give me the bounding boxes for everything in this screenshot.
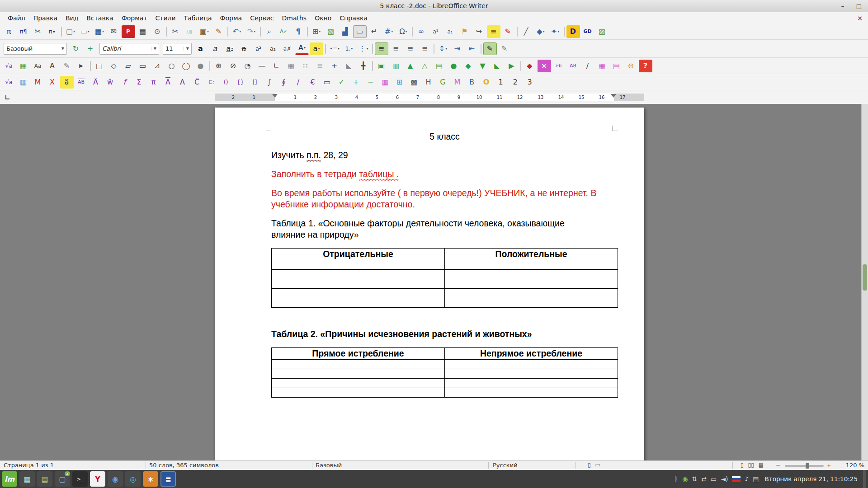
justify-icon[interactable]: ≡ [418,42,432,55]
book-view-icon[interactable]: ▤ [759,462,764,468]
slash-icon[interactable]: ∕ [292,76,305,89]
updates-icon[interactable]: ⇅ [692,475,697,483]
dark-grid-icon[interactable]: ▩ [407,76,421,89]
line-segment-icon[interactable]: — [255,60,269,72]
big-cross-icon[interactable]: ╋ [357,60,370,72]
endnote-icon[interactable]: a₁ [443,25,457,38]
menu-item[interactable]: Окно [311,14,335,23]
redo-icon[interactable]: ↷▾ [245,25,258,38]
function-f-icon[interactable]: f [118,76,132,89]
parallelogram-shape-icon[interactable]: ▱ [122,60,135,72]
menu-item[interactable]: Таблица [180,14,216,23]
w-circumflex-icon[interactable]: ŵ [104,76,117,89]
language-indicator[interactable]: Русский [493,462,518,469]
yandex-browser-button[interactable]: Y [90,471,105,487]
cut-icon[interactable]: ✂ [169,25,182,38]
red-diamond-icon[interactable]: ◆ [523,60,537,72]
line-spacing-icon[interactable]: ↕▾ [436,42,450,55]
table-2[interactable]: Прямое истреблениеНепрямое истребление [271,347,618,398]
cone-3d-icon[interactable]: △ [418,60,432,72]
software-manager-button[interactable]: ∗ [143,471,158,487]
dmaths-help-icon[interactable]: ? [639,60,652,72]
tetrahedron-3d-icon[interactable]: ◆ [462,60,475,72]
spelling-icon[interactable]: А✓ [277,25,291,38]
files-button[interactable]: ▤ [37,471,52,487]
orange-circle-icon[interactable]: ⊖ [624,60,638,72]
dmaths-grid-icon[interactable]: ▦ [17,60,30,72]
font-size-combo[interactable]: 11 ▼ [163,43,192,55]
show-desktop-button[interactable]: ▦ [19,471,35,487]
sqrt-a-icon[interactable]: √a [2,76,16,89]
network-icon[interactable]: ⇄ [701,475,707,483]
pi-icon[interactable]: π [147,76,160,89]
table-1-caption[interactable]: Таблица 1. «Основные факторы деятельност… [271,218,588,240]
paragraph-study[interactable]: Изучить п.п. 28, 29 [271,150,618,161]
check-icon[interactable]: ✓ [335,76,349,89]
integral-icon[interactable]: ∫ [263,76,276,89]
insert-textbox-icon[interactable]: ▭ [353,25,367,38]
rectangle-shape-icon[interactable]: ▭ [136,60,150,72]
table-header-cell[interactable]: Прямое истребление [272,348,445,360]
copy-icon[interactable]: ▯▯ [183,25,197,38]
arrow-3d-icon[interactable]: ▶ [505,60,519,72]
document-modified-icon[interactable]: ▭ [595,462,600,468]
page-break-icon[interactable]: ↵ [368,25,381,38]
gallery-icon[interactable]: ▨ [595,25,609,38]
table-header-cell[interactable]: Положительные [445,249,618,260]
zoom-slider-thumb[interactable] [806,463,809,469]
bookmark-icon[interactable]: ⚑ [458,25,472,38]
delete-formula-icon[interactable]: × [538,60,551,72]
align-right-icon[interactable]: ≡ [404,42,417,55]
table-cell[interactable] [272,360,445,369]
table-cell[interactable] [445,289,618,298]
font-name-combo[interactable]: Calibri ▼ [99,43,159,55]
left-indent-marker[interactable] [272,94,278,98]
close-document-button[interactable]: × [857,14,863,22]
table-cell[interactable] [445,360,618,369]
right-indent-marker[interactable] [611,94,616,98]
table-cell[interactable] [445,270,618,279]
pink-grid-icon[interactable]: ▦ [595,60,609,72]
g-letter-icon[interactable]: G [436,76,450,89]
letter-a2-icon[interactable]: A [176,76,189,89]
digit-3-icon[interactable]: 3 [523,76,537,89]
new-style-icon[interactable]: + [84,42,97,55]
filled-circle-shape-icon[interactable]: ● [194,60,208,72]
align-center-icon[interactable]: ≡ [389,42,403,55]
table-cell[interactable] [272,289,445,298]
page-style-indicator[interactable]: Базовый [316,462,342,469]
menu-button[interactable]: lm [2,471,17,487]
cube-3d-icon[interactable]: ▣ [375,60,388,72]
menu-item[interactable]: Форма [216,14,246,23]
blue-table-icon[interactable]: ⊞ [393,76,406,89]
cross-reference-icon[interactable]: ↪ [472,25,486,38]
dmaths-pi-settings-icon[interactable]: π∙ [46,25,59,38]
contour-integral-icon[interactable]: ∮ [277,76,291,89]
table-cell[interactable] [445,279,618,289]
selection-mode-icon[interactable]: ▯ [588,462,591,468]
vector-a-icon[interactable]: A [161,76,175,89]
vertical-scrollbar[interactable] [861,104,868,460]
formatting-marks-toggle-icon[interactable]: ✎ [483,42,497,55]
o-circle-icon[interactable]: O [480,76,493,89]
strikethrough-icon[interactable]: а [237,42,251,55]
underline-icon[interactable]: а▾ [223,42,236,55]
pyramid-3d-icon[interactable]: ▲ [404,60,417,72]
zoom-out-button[interactable]: − [776,462,781,469]
comment-icon[interactable]: ≡ [487,25,500,38]
digit-1-icon[interactable]: 1 [494,76,508,89]
chromium-button[interactable]: ◉ [108,471,123,487]
text-editor-button[interactable]: ▢2 [55,471,70,487]
volume-icon[interactable]: ◄) [721,475,728,483]
new-document-icon[interactable]: ▢▾ [64,25,77,38]
set-square-icon[interactable]: ◣ [342,60,356,72]
open-icon[interactable]: ▭▾ [78,25,92,38]
special-character-icon[interactable]: Ω▾ [396,25,410,38]
email-icon[interactable]: ✉ [107,25,121,38]
paragraph-style-combo[interactable]: Базовый ▼ [4,43,67,55]
table-2-caption[interactable]: Таблица 2. «Причины исчезновения растени… [271,328,618,340]
font-color-icon[interactable]: А▾ [295,42,309,55]
table-cell[interactable] [272,270,445,279]
menu-item[interactable]: Файл [4,14,29,23]
circled-slash-icon[interactable]: ⊘ [226,60,240,72]
